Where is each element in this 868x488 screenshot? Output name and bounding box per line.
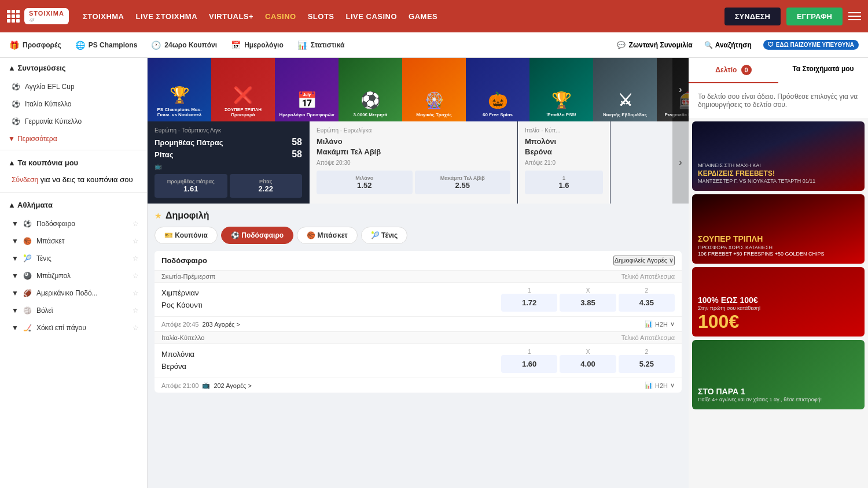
match-time-1: Απόψε 20:45 (161, 321, 198, 328)
promo-card-calendar[interactable]: 📅 Ημερολόγιο Προσφορών (275, 58, 339, 121)
odd-2-x[interactable]: 4.00 (560, 355, 616, 373)
live-chat-btn[interactable]: 💬 Ζωντανή Συνομιλία (617, 41, 693, 49)
chevron-down-icon: ▼ (8, 135, 15, 143)
tab-football[interactable]: ⚽ Ποδόσφαιρο (221, 227, 293, 244)
promo-icon-7: 🏆 (551, 91, 572, 110)
chevron-down-icon: ▼ (12, 220, 19, 228)
login-button[interactable]: ΣΥΝΔΕΣΗ (724, 8, 781, 25)
promo-card-winner[interactable]: ⚔ Νικητής Εβδομάδας (593, 58, 657, 121)
live-match-bologna[interactable]: Ιταλία - Κύπ... Μπολόνι Βερόνα Απόψε 21:… (518, 121, 610, 204)
my-bets-tab[interactable]: Τα Στοιχήματά μου (778, 58, 868, 83)
tab-tennis[interactable]: 🎾 Τένις (361, 227, 407, 244)
more-shortcuts-link[interactable]: ▼ Περισσότερα (0, 130, 147, 147)
chevron-down-icon: ▼ (12, 306, 19, 315)
nav-24h-coupon[interactable]: 🕐 24ωρο Κουπόνι (151, 40, 217, 50)
coupons-section-header[interactable]: ▲ Τα κουπόνια μου (0, 153, 147, 173)
sidebar-sport-baseball[interactable]: ▼ 🎱 Μπέιζμπολ ☆ (0, 267, 147, 284)
nav-live-casino[interactable]: LIVE CASINO (346, 12, 398, 21)
right-banner-super-triple[interactable]: ΣΟΥΠΕΡ ΤΡΙΠΛΗ ΠΡΟΣΦΟΡΑ ΧΩΡΙΣ ΚΑΤΑΘΕΣΗ 10… (692, 194, 865, 264)
tab-basketball[interactable]: 🏀 Μπάσκετ (297, 227, 358, 244)
baseball-icon: 🎱 (23, 272, 32, 280)
grid-icon[interactable] (7, 10, 20, 23)
match-row-bologna: Μπολόνια Βερόνα 1 1.60 Χ 4.00 (155, 343, 682, 378)
live-scroll-right[interactable]: › (672, 121, 689, 204)
odd-2-2[interactable]: 5.25 (619, 355, 675, 373)
odd-2-1[interactable]: 1.60 (501, 355, 557, 373)
promo-card-triple[interactable]: ❌ ΣΟΥΠΕΡ ΤΡΙΠΛΗ Προσφορά (211, 58, 275, 121)
nav-ps-champions[interactable]: 🌐 PS Champions (75, 40, 138, 50)
team1-name-3: Μπολόνι (525, 137, 556, 146)
sidebar-item-germany-cup[interactable]: ⚽ Γερμανία Κύπελλο (0, 113, 147, 130)
promo-card-freespins[interactable]: 🎃 60 Free Spins (466, 58, 529, 121)
sidebar-sport-volleyball[interactable]: ▼ 🏐 Βόλεϊ ☆ (0, 302, 147, 319)
sidebar-sport-american-football[interactable]: ▼ 🏈 Αμερικάνικο Ποδό... ☆ (0, 284, 147, 302)
odd-btn-maccabi[interactable]: Μακάμπι Τελ Αβίβ 2.55 (415, 171, 511, 194)
sports-section-header[interactable]: ▲ Αθλήματα (0, 195, 147, 215)
favorite-star[interactable]: ☆ (133, 220, 139, 228)
betslip-tab[interactable]: Δελτίο 0 (689, 58, 778, 83)
team2-name-2: Μακάμπι Τελ Αβίβ (317, 147, 381, 156)
clock-icon: 🕐 (151, 40, 161, 50)
sidebar-sport-tennis[interactable]: ▼ 🎾 Τένις ☆ (0, 250, 147, 267)
favorite-star-2[interactable]: ☆ (133, 237, 139, 245)
odd-btn-ritas[interactable]: Ρίτας 2.22 (230, 174, 303, 198)
nav-games[interactable]: GAMES (409, 12, 437, 21)
nav-live-stoixima[interactable]: LIVE ΣΤΟΙΧΗΜΑ (136, 12, 198, 21)
shortcuts-section-header[interactable]: ▲ Συντομεύσεις (0, 58, 147, 78)
favorite-star-4[interactable]: ☆ (133, 272, 139, 280)
favorite-star-6[interactable]: ☆ (133, 306, 139, 315)
sidebar-sport-basketball[interactable]: ▼ 🏀 Μπάσκετ ☆ (0, 232, 147, 250)
sidebar-item-italy-cup[interactable]: ⚽ Ιταλία Κύπελλο (0, 95, 147, 113)
odds-group-1: 1 1.72 Χ 3.85 2 4.35 (501, 287, 675, 312)
nav-stoixima[interactable]: ΣΤΟΙΧΗΜΑ (83, 12, 124, 21)
favorite-star-7[interactable]: ☆ (133, 324, 139, 332)
sidebar-sport-football[interactable]: ▼ ⚽ Ποδόσφαιρο ☆ (0, 215, 147, 232)
promo-card-wheel[interactable]: 🎡 Μαγικός Τροχός (402, 58, 466, 121)
promo-card-ps-champions[interactable]: 🏆 PS Champions Μαν. Γιουν. vs Νιούκαστλ (148, 58, 211, 121)
nav-offers[interactable]: 🎁 Προσφορές (9, 40, 61, 50)
right-banner-bonus[interactable]: 100% ΕΩΣ 100€ Στην πρώτη σου κατάθεση! 1… (692, 267, 865, 337)
h2h-btn-1[interactable]: 📊 H2H ∨ (645, 320, 675, 328)
hamburger-menu[interactable] (848, 12, 861, 20)
tab-coupons[interactable]: 🎫 Κουπόνια (155, 227, 218, 244)
team2-name-1: Ρίτας (155, 150, 173, 159)
nav-slots[interactable]: SLOTS (308, 12, 334, 21)
promo-scroll-right[interactable]: › (672, 58, 689, 121)
sidebar-item-efl[interactable]: ⚽ Αγγλία EFL Cup (0, 78, 147, 95)
markets-link-1[interactable]: 203 Αγορές > (202, 321, 240, 328)
sidebar-sport-hockey[interactable]: ▼ 🏒 Χόκεϊ επί πάγου ☆ (0, 319, 147, 337)
odd-btn-promitheas[interactable]: Προμηθέας Πάτρας 1.61 (155, 174, 227, 198)
team2-name-3: Βερόνα (525, 147, 552, 156)
odd-1-1[interactable]: 1.72 (501, 294, 557, 312)
register-button[interactable]: ΕΓΓΡΑΦΗ (786, 8, 843, 25)
search-btn[interactable]: 🔍 Αναζήτηση (704, 41, 752, 49)
coupons-login-link[interactable]: Σύνδεση (12, 176, 38, 184)
right-banner-para1[interactable]: ΣΤΟ ΠΑΡΑ 1 Παίξε 4+ αγώνες και αν χάσεις… (692, 340, 865, 409)
odd-1-x[interactable]: 3.85 (560, 294, 616, 312)
promo-card-cash[interactable]: ⚽ 3.000€ Μετρητά (339, 58, 402, 121)
promo-icon-4: ⚽ (361, 91, 381, 110)
h2h-btn-2[interactable]: 📊 H2H ∨ (645, 382, 675, 389)
live-match-promitheas[interactable]: Ευρώπη - Τσάμπιονς Λιγκ Προμηθέας Πάτρας… (148, 121, 310, 204)
right-banner-ps-champions[interactable]: ΜΠΑΙΝΕΙΣ ΣΤΗ ΜΑΧΗ ΚΑΙ ΚΕΡΔΙΖΕΙΣ FREEBETS… (692, 121, 865, 191)
favorite-star-3[interactable]: ☆ (133, 254, 139, 263)
nav-calendar[interactable]: 📅 Ημερολόγιο (231, 40, 284, 50)
odd-btn-milano[interactable]: Μιλάνο 1.52 (317, 171, 413, 194)
sidebar: ▲ Συντομεύσεις ⚽ Αγγλία EFL Cup ⚽ Ιταλία… (0, 58, 148, 488)
promo-card-ps5[interactable]: 🏆 Έπαθλο PS5! (529, 58, 593, 121)
promo-label-3: Ημερολόγιο Προσφορών (279, 112, 334, 118)
nav-statistics[interactable]: 📊 Στατιστικά (297, 40, 345, 50)
nav-casino[interactable]: CASINO (265, 12, 296, 21)
odd-btn-bologna[interactable]: 1 1.6 (525, 171, 603, 194)
live-match-milano[interactable]: Ευρώπη - Ευρωλίγκα Μιλάνο Μακάμπι Τελ Αβ… (310, 121, 518, 204)
favorite-star-5[interactable]: ☆ (133, 289, 139, 297)
odd-1-2[interactable]: 4.35 (619, 294, 675, 312)
markets-link-2[interactable]: 202 Αγορές > (214, 382, 252, 389)
popular-markets-btn[interactable]: Δημοφιλείς Αγορές ∨ (613, 256, 675, 265)
banner-text-3: 100% ΕΩΣ 100€ Στην πρώτη σου κατάθεση! 1… (692, 289, 766, 337)
responsible-gaming-badge[interactable]: 🛡 ΕΔΩ ΠΑΙΖΟΥΜΕ ΥΠΕΥΘΥΝΑ (763, 40, 859, 50)
nav-virtuals[interactable]: VIRTUALS+ (209, 12, 253, 21)
search-icon: 🔍 (704, 41, 713, 49)
chevron-down-icon: ▼ (12, 324, 19, 332)
logo[interactable]: STOIXIMA .gr (24, 8, 69, 24)
